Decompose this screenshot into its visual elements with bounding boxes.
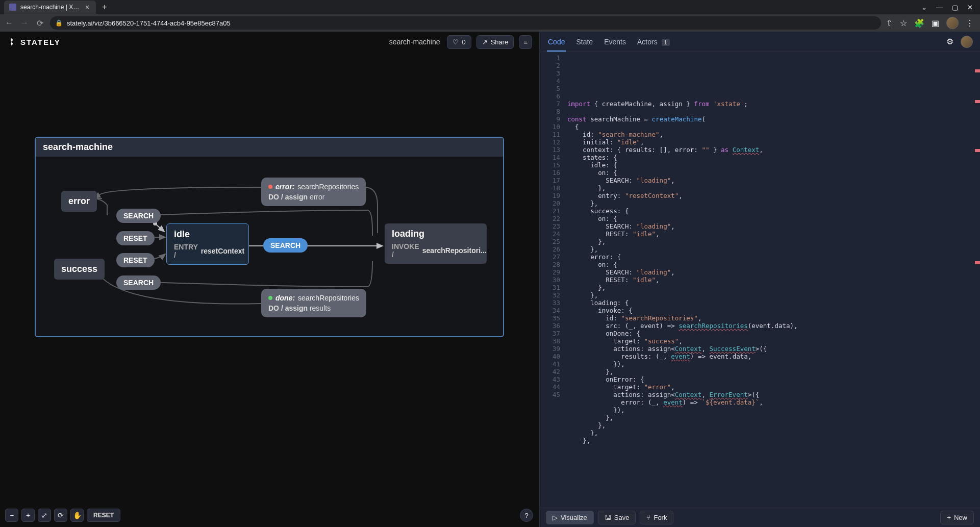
ondone-do: DO / [268,304,283,312]
fork-label: Fork [654,514,667,521]
line-gutter: 1234567891011121314151617181920212223242… [540,52,564,508]
error-marker [975,149,980,152]
maximize-icon[interactable]: ▢ [952,4,958,11]
menu-button[interactable]: ≡ [519,35,532,49]
zoom-in-button[interactable]: + [21,509,35,522]
code-editor[interactable]: 1234567891011121314151617181920212223242… [540,52,980,508]
help-button[interactable]: ? [520,509,533,522]
event-search-error[interactable]: SEARCH [116,209,161,223]
profile-avatar[interactable] [946,17,959,29]
onerror-src: searchRepositories [297,183,359,191]
ondone-target: results [310,304,331,312]
extensions-icon[interactable]: 🧩 [914,18,924,28]
lock-icon: 🔒 [55,19,63,27]
forward-icon[interactable]: → [19,18,30,28]
tab-title: search-machine | XState Visualiz [20,4,80,11]
reload-icon[interactable]: ⟳ [35,18,45,28]
tab-code[interactable]: Code [547,33,566,51]
invoke-label: INVOKE / [392,242,419,259]
logo-text: STATELY [20,38,61,46]
tab-close-icon[interactable]: × [84,4,91,11]
new-label: New [954,514,967,521]
state-idle[interactable]: idle ENTRY / resetContext [166,223,249,265]
tab-actors[interactable]: Actors 1 [636,33,671,51]
ondone-assign: assign [285,304,308,312]
zoom-out-button[interactable]: − [5,509,18,522]
ondone-box[interactable]: done: searchRepositories DO / assign res… [261,289,366,317]
done-dot-icon [268,296,272,300]
onerror-target: error [310,193,325,201]
url-text: stately.ai/viz/3b666520-1751-4744-acb4-9… [67,19,231,27]
ondone-label: done: [275,294,295,302]
favicon [9,4,16,11]
state-idle-title: idle [174,229,241,240]
fork-icon: ⑂ [646,514,650,521]
entry-action: resetContext [201,247,245,255]
hamburger-icon: ≡ [523,38,527,46]
star-icon[interactable]: ☆ [900,18,907,28]
ondone-src: searchRepositories [298,294,359,302]
share-icon: ↗ [482,38,488,46]
state-loading[interactable]: loading INVOKE / searchRepositori... [385,223,487,264]
onerror-label: error: [275,183,294,191]
like-button[interactable]: ♡ 0 [447,35,471,49]
browser-tab[interactable]: search-machine | XState Visualiz × [4,1,96,14]
invoke-src: searchRepositori... [422,246,487,255]
onerror-box[interactable]: error: searchRepositories DO / assign er… [261,178,366,206]
minimize-icon[interactable]: — [936,4,943,11]
event-reset-success[interactable]: RESET [116,253,155,267]
play-icon: ▷ [552,514,558,521]
state-error-title: error [68,196,90,207]
stately-logo[interactable]: STATELY [7,37,61,46]
onerror-do: DO / [268,193,283,201]
visualize-label: Visualize [561,514,587,521]
onerror-assign: assign [285,193,308,201]
error-dot-icon [268,185,272,189]
state-error[interactable]: error [61,191,97,212]
back-icon[interactable]: ← [4,18,14,28]
refresh-button[interactable]: ⟳ [54,509,67,522]
state-loading-title: loading [392,229,480,239]
entry-label: ENTRY / [174,243,198,259]
gear-icon[interactable]: ⚙ [946,37,953,46]
new-button[interactable]: + New [940,511,974,524]
event-reset-error[interactable]: RESET [116,231,155,245]
share-icon[interactable]: ⇧ [886,18,893,28]
url-bar[interactable]: 🔒 stately.ai/viz/3b666520-1751-4744-acb4… [50,16,881,30]
reset-button[interactable]: RESET [87,509,120,522]
heart-icon: ♡ [453,38,459,46]
save-label: Save [614,514,630,521]
new-tab-button[interactable]: + [98,3,111,12]
plus-icon: + [947,514,951,521]
user-avatar[interactable] [961,36,973,48]
chevron-down-icon[interactable]: ⌄ [921,4,927,11]
machine-name: search-machine [389,38,440,46]
kebab-menu-icon[interactable]: ⋮ [966,18,974,28]
visualize-button[interactable]: ▷ Visualize [546,511,594,524]
fit-button[interactable]: ⤢ [38,509,51,522]
like-count: 0 [462,38,465,46]
panel-icon[interactable]: ▣ [932,18,939,28]
close-window-icon[interactable]: ✕ [967,4,973,11]
event-search-idle[interactable]: SEARCH [263,238,308,253]
logo-icon [7,37,16,46]
tab-events[interactable]: Events [603,33,627,51]
machine-title: search-machine [36,138,503,157]
error-marker [975,69,980,72]
actors-badge: 1 [662,39,670,46]
fork-button[interactable]: ⑂ Fork [640,511,673,524]
share-button[interactable]: ↗ Share [476,35,514,49]
code-content[interactable]: import { createMachine, assign } from 'x… [564,52,980,508]
tab-state[interactable]: State [575,33,594,51]
tab-actors-label: Actors [637,38,658,46]
save-button[interactable]: 🖫 Save [598,511,636,524]
save-icon: 🖫 [605,514,611,521]
event-search-success[interactable]: SEARCH [116,275,161,290]
error-marker [975,100,980,103]
share-label: Share [491,38,509,46]
hand-button[interactable]: ✋ [70,509,84,522]
error-marker [975,261,980,264]
state-success-title: success [61,264,97,274]
state-success[interactable]: success [54,259,105,280]
